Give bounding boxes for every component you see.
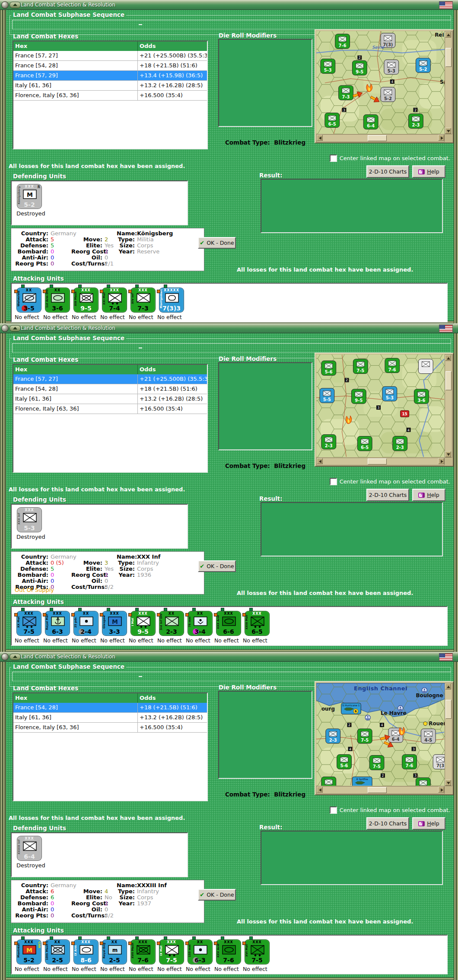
hex-row[interactable]: Italy [61, 36] +13.2 (+16.2B) (28:5) <box>13 394 207 404</box>
attacking-unit[interactable]: XXX Arm XXX 6-6 No effect <box>214 611 242 644</box>
map-vertical-scrollbar[interactable] <box>445 354 452 458</box>
sequence-step[interactable] <box>139 24 142 25</box>
scrollbar-thumb[interactable] <box>368 458 387 465</box>
hex-row[interactable]: France [57, 29] +13.4 (+15.9B) (36:5) <box>13 71 207 81</box>
center-map-checkbox-row[interactable]: Center linked map on selected combat. <box>330 155 450 162</box>
window-titlebar[interactable]: Land Combat Selection & Resolution <box>0 652 458 662</box>
scroll-up-arrow-icon[interactable] <box>445 32 451 38</box>
attacking-unit[interactable]: XXI Mot XXX 7-4 No effect <box>100 288 128 320</box>
attacking-unit[interactable]: XVI Mot XXX 7-5 No effect <box>242 939 271 972</box>
attacking-unit[interactable]: XX Mot XXX 7-5 No effect <box>14 611 43 644</box>
attacking-unit[interactable]: 1st Arm Div XX 3-6 No effect <box>43 288 71 320</box>
scroll-right-arrow-icon[interactable] <box>438 787 444 793</box>
hex-row[interactable]: Italy [61, 36] +13.2 (+16.2B) (28:5) <box>13 713 207 723</box>
center-map-checkbox-row[interactable]: Center linked map on selected combat. <box>330 478 450 485</box>
hex-column-header[interactable]: Hex <box>13 365 138 374</box>
map-horizontal-scrollbar[interactable] <box>316 786 445 794</box>
defending-unit[interactable]: XXXIII Inf XXX 6-4 Destroyed <box>16 836 46 869</box>
hex-row[interactable]: France [54, 28] +18 (+21.5B) (51:6) <box>13 384 207 394</box>
center-map-checkbox[interactable] <box>330 155 337 162</box>
window-rollup-button-icon[interactable] <box>10 2 21 8</box>
map-view[interactable]: 24327-67(3)5-39-55-35-27-35-26-56-42-3Re… <box>316 31 445 134</box>
attacking-unit[interactable]: 76 mm XX 3-4 No effect <box>185 611 214 644</box>
map-vertical-scrollbar[interactable] <box>445 31 452 134</box>
scrollbar-thumb[interactable] <box>368 787 387 793</box>
window-system-knob-icon[interactable] <box>1 325 9 332</box>
hex-column-header[interactable]: Hex <box>13 41 138 51</box>
attacking-unit[interactable]: Glasgow XXX M 3-3 No effect <box>100 611 128 644</box>
scrollbar-thumb[interactable] <box>445 371 452 390</box>
attacking-unit[interactable]: I Mot XXX 9-5 No effect <box>128 611 157 644</box>
hex-column-header[interactable]: Hex <box>13 693 138 703</box>
attacking-unit[interactable]: Montgomery XXXXX 7(3)3 No effect <box>157 288 185 320</box>
window-system-knob-icon[interactable] <box>1 653 9 661</box>
scroll-left-arrow-icon[interactable] <box>317 458 323 464</box>
attacking-unit[interactable]: XXV Arm XXX 7-6 No effect <box>214 939 242 972</box>
svg-text:7-5: 7-5 <box>373 764 381 769</box>
hex-row[interactable]: France [57, 27] +21 (+25.500B) (35.5:3) <box>13 51 207 61</box>
defending-unit[interactable]: XXX Inf XXX 5-3 Destroyed <box>16 507 46 540</box>
charts-button[interactable]: 2-D-10 Charts <box>366 817 409 830</box>
attacking-unit[interactable]: XIV Inf XXX 7-3 No effect <box>128 288 157 320</box>
attacking-unit[interactable]: XIII Mech XXX 9-5 No effect <box>71 288 100 320</box>
attacking-unit[interactable]: 155 mm XX 6-3 No effect <box>185 939 214 972</box>
sequence-step[interactable] <box>139 676 142 677</box>
attacking-unit[interactable]: 25 pdr. XX 2-4 No effect <box>71 611 100 644</box>
attacking-unit[interactable]: XXIII Mot XXX 6-5 No effect <box>242 611 271 644</box>
map-vertical-scrollbar[interactable] <box>445 683 452 786</box>
map-horizontal-scrollbar[interactable] <box>316 134 445 142</box>
charts-button[interactable]: 2-D-10 Charts <box>366 489 409 501</box>
odds-column-header[interactable]: Odds <box>138 365 207 374</box>
scroll-right-arrow-icon[interactable] <box>438 458 444 464</box>
map-horizontal-scrollbar[interactable] <box>316 458 445 465</box>
scroll-down-arrow-icon[interactable] <box>445 451 451 457</box>
scroll-right-arrow-icon[interactable] <box>438 135 444 141</box>
hex-row[interactable]: Florence, Italy [63, 36] +16.500 (35:4) <box>13 723 207 733</box>
hex-row[interactable]: Florence, Italy [63, 36] +16.500 (35:4) <box>13 91 207 101</box>
hex-row[interactable]: Florence, Italy [63, 36] +16.500 (35:4) <box>13 404 207 414</box>
window-rollup-button-icon[interactable] <box>10 325 21 332</box>
scroll-left-arrow-icon[interactable] <box>317 135 323 141</box>
attacking-unit[interactable]: Royal Mar XXX 6-3 No effect <box>43 611 71 644</box>
odds-column-header[interactable]: Odds <box>138 693 207 703</box>
help-button[interactable]: Help <box>412 165 445 178</box>
attacking-unit[interactable]: XVII Mech XXX 7-6 No effect <box>128 939 157 972</box>
attacking-unit[interactable]: IX Arm XXX 8-6 No effect <box>71 939 100 972</box>
attacking-unit[interactable]: Wolverine XX 3-5 No effect <box>14 288 43 320</box>
sequence-step[interactable] <box>139 348 142 348</box>
ok-done-button[interactable]: ✔ OK - Done <box>198 560 236 572</box>
odds-column-header[interactable]: Odds <box>138 41 207 51</box>
center-map-checkbox[interactable] <box>330 478 337 485</box>
window-titlebar[interactable]: Land Combat Selection & Resolution <box>0 323 458 333</box>
scroll-left-arrow-icon[interactable] <box>317 787 323 793</box>
scrollbar-thumb[interactable] <box>445 700 452 719</box>
help-button[interactable]: Help <box>412 817 445 830</box>
scrollbar-thumb[interactable] <box>445 48 452 67</box>
hex-row[interactable]: France [57, 27] +21 (+25.500B) (35.5:3) <box>13 374 207 384</box>
hex-row[interactable]: France [54, 28] +18 (+21.5B) (51:6) <box>13 703 207 713</box>
attacking-unit[interactable]: IX Mot XXX 7-5 No effect <box>157 939 185 972</box>
scroll-down-arrow-icon[interactable] <box>445 128 451 134</box>
defending-unit[interactable]: Königsberg XXX R M 5-2 Destroyed <box>16 184 46 217</box>
help-button[interactable]: Help <box>412 489 445 501</box>
center-map-checkbox[interactable] <box>330 806 337 814</box>
attacking-unit[interactable]: Royal Eng XX m 2-5 No effect <box>100 939 128 972</box>
ok-done-button[interactable]: ✔ OK - Done <box>198 237 236 249</box>
map-view[interactable]: 2345-67-57-65-59-55-33-6152-36-52-3 <box>316 354 445 457</box>
window-rollup-button-icon[interactable] <box>10 654 21 660</box>
attacking-unit[interactable]: 3rd Inf Div XX 2-3 No effect <box>157 611 185 644</box>
ok-done-button[interactable]: ✔ OK - Done <box>198 889 236 901</box>
scrollbar-thumb[interactable] <box>368 135 387 141</box>
scroll-up-arrow-icon[interactable] <box>445 355 451 361</box>
charts-button[interactable]: 2-D-10 Charts <box>366 165 409 178</box>
center-map-checkbox-row[interactable]: Center linked map on selected combat. <box>330 806 450 814</box>
hex-row[interactable]: Italy [61, 36] +13.2 (+16.2B) (28:5) <box>13 81 207 91</box>
hex-row[interactable]: France [54, 28] +18 (+21.5B) (51:6) <box>13 61 207 71</box>
scroll-up-arrow-icon[interactable] <box>445 683 451 689</box>
attacking-unit[interactable]: 10th Mech D. XX 2-5 No effect <box>43 939 71 972</box>
window-titlebar[interactable]: Land Combat Selection & Resolution <box>0 0 458 10</box>
attacking-unit[interactable]: Montréal XXX CAN M 5-2 No effect <box>14 939 43 972</box>
window-system-knob-icon[interactable] <box>1 1 9 9</box>
map-view[interactable]: 2434235 Hurricane 162-37-56-44-55-67-57-… <box>316 683 445 786</box>
scroll-down-arrow-icon[interactable] <box>445 780 451 786</box>
